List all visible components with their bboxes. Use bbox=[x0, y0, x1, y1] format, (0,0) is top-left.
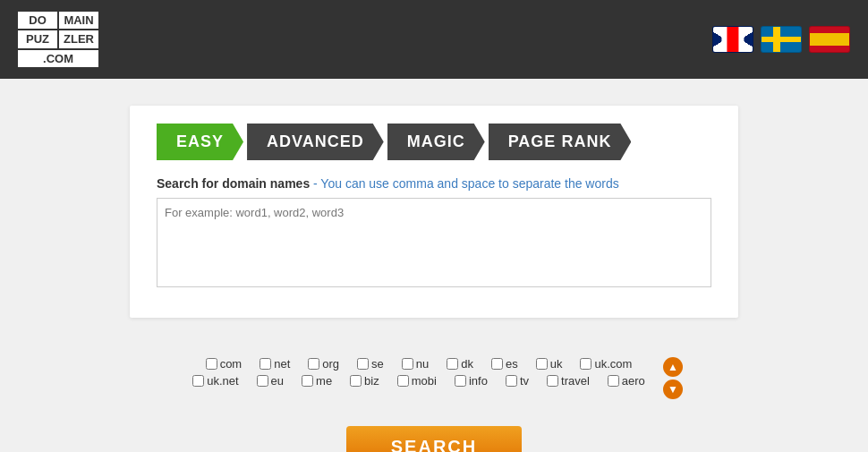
domain-item-biz[interactable]: biz bbox=[350, 374, 379, 388]
tab-magic[interactable]: MAGIC bbox=[387, 124, 485, 160]
checkbox-es[interactable] bbox=[491, 358, 503, 370]
language-flags bbox=[712, 26, 850, 53]
main-panel: EASY ADVANCED MAGIC PAGE RANK Search for… bbox=[130, 106, 738, 318]
checkbox-me[interactable] bbox=[302, 375, 313, 387]
domain-item-net[interactable]: net bbox=[260, 357, 290, 371]
checkbox-com[interactable] bbox=[206, 358, 217, 370]
domain-arrows: ▲ ▼ bbox=[663, 357, 683, 399]
domain-item-eu[interactable]: eu bbox=[257, 374, 284, 388]
search-button-wrap: SEARCH bbox=[0, 426, 868, 452]
checkbox-se[interactable] bbox=[357, 358, 369, 370]
checkbox-travel[interactable] bbox=[547, 375, 558, 387]
logo-word3: PUZ bbox=[18, 30, 57, 48]
checkbox-uknet[interactable] bbox=[192, 375, 204, 387]
content-area: EASY ADVANCED MAGIC PAGE RANK Search for… bbox=[0, 106, 868, 452]
domain-item-mobi[interactable]: mobi bbox=[397, 374, 437, 388]
checkbox-eu[interactable] bbox=[257, 375, 268, 387]
header: DO MAIN PUZ ZLER .COM bbox=[0, 0, 868, 79]
domain-item-org[interactable]: org bbox=[308, 357, 339, 371]
logo-domain: .COM bbox=[18, 50, 98, 68]
search-button[interactable]: SEARCH bbox=[346, 426, 522, 452]
tab-easy[interactable]: EASY bbox=[157, 124, 243, 160]
checkbox-net[interactable] bbox=[260, 358, 271, 370]
tab-pagerank[interactable]: PAGE RANK bbox=[489, 124, 632, 160]
domain-item-info[interactable]: info bbox=[455, 374, 488, 388]
checkbox-ukcom[interactable] bbox=[580, 358, 591, 370]
tab-advanced[interactable]: ADVANCED bbox=[247, 124, 384, 160]
domain-row-1: com net org se bbox=[185, 357, 652, 371]
flag-uk[interactable] bbox=[712, 26, 753, 53]
search-label: Search for domain names - You can use co… bbox=[157, 176, 711, 191]
domain-item-aero[interactable]: aero bbox=[608, 374, 645, 388]
checkbox-org[interactable] bbox=[308, 358, 319, 370]
checkbox-dk[interactable] bbox=[447, 358, 458, 370]
checkbox-info[interactable] bbox=[455, 375, 466, 387]
domain-item-es[interactable]: es bbox=[491, 357, 518, 371]
logo-word1: DO bbox=[18, 12, 57, 30]
checkbox-mobi[interactable] bbox=[397, 375, 409, 387]
domain-item-uknet[interactable]: uk.net bbox=[192, 374, 238, 388]
domain-item-uk[interactable]: uk bbox=[536, 357, 563, 371]
checkbox-uk[interactable] bbox=[536, 358, 548, 370]
arrow-down-button[interactable]: ▼ bbox=[663, 380, 683, 399]
domain-row-2: uk.net eu me biz bbox=[185, 374, 652, 388]
flag-es[interactable] bbox=[809, 26, 850, 53]
logo: DO MAIN PUZ ZLER .COM bbox=[18, 12, 98, 68]
domain-item-com[interactable]: com bbox=[206, 357, 243, 371]
logo-word2: MAIN bbox=[59, 12, 98, 30]
logo-word4: ZLER bbox=[59, 30, 98, 48]
arrow-up-button[interactable]: ▲ bbox=[663, 357, 683, 377]
checkbox-tv[interactable] bbox=[506, 375, 517, 387]
domain-options: com net org se bbox=[130, 345, 738, 408]
flag-se[interactable] bbox=[761, 26, 802, 53]
domain-item-nu[interactable]: nu bbox=[402, 357, 429, 371]
search-textarea[interactable] bbox=[157, 198, 711, 287]
domain-item-tv[interactable]: tv bbox=[506, 374, 529, 388]
domain-item-se[interactable]: se bbox=[357, 357, 384, 371]
checkbox-nu[interactable] bbox=[402, 358, 413, 370]
checkbox-aero[interactable] bbox=[608, 375, 619, 387]
domain-item-ukcom[interactable]: uk.com bbox=[580, 357, 632, 371]
domain-item-travel[interactable]: travel bbox=[547, 374, 590, 388]
domain-item-me[interactable]: me bbox=[302, 374, 332, 388]
tab-bar: EASY ADVANCED MAGIC PAGE RANK bbox=[157, 124, 711, 160]
domain-item-dk[interactable]: dk bbox=[447, 357, 473, 371]
checkbox-biz[interactable] bbox=[350, 375, 362, 387]
